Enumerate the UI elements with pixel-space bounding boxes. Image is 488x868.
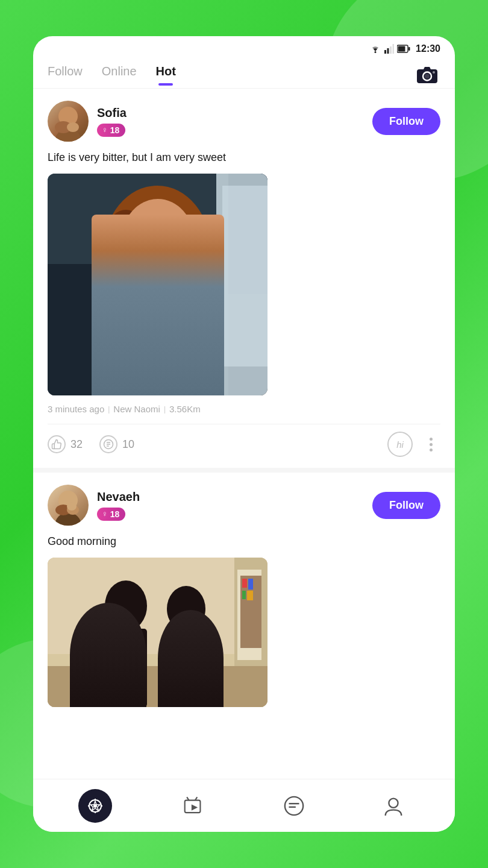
- nav-profile-button[interactable]: [374, 787, 413, 825]
- post-photo-nevaeh: [48, 558, 267, 707]
- svg-rect-50: [105, 629, 147, 707]
- svg-point-11: [433, 71, 435, 74]
- signal-icon: [384, 44, 394, 54]
- svg-rect-7: [398, 46, 405, 52]
- hi-button[interactable]: hi: [387, 432, 413, 457]
- avatar-nevaeh[interactable]: [48, 485, 89, 526]
- profile-icon: [383, 795, 404, 817]
- tab-online[interactable]: Online: [102, 64, 137, 86]
- svg-point-15: [67, 122, 79, 132]
- svg-point-33: [163, 234, 173, 240]
- post-distance: 3.56Km: [169, 404, 201, 414]
- svg-marker-68: [191, 804, 197, 810]
- badge-icon-nevaeh: ♀: [102, 509, 108, 518]
- like-icon: [48, 435, 66, 453]
- comment-icon: [99, 435, 117, 453]
- svg-point-0: [375, 51, 377, 53]
- post-photo-sofia: [48, 174, 267, 395]
- svg-rect-3: [390, 46, 392, 54]
- like-button[interactable]: 32: [48, 435, 83, 453]
- chat-icon: [283, 795, 305, 817]
- post-card-2: Nevaeh ♀ 18 Follow Good morning: [33, 473, 455, 707]
- svg-point-23: [93, 210, 159, 354]
- post-location: New Naomi: [113, 404, 160, 414]
- svg-rect-1: [384, 50, 386, 54]
- svg-point-35: [166, 233, 170, 237]
- svg-rect-52: [167, 630, 205, 707]
- tab-hot[interactable]: Hot: [156, 64, 176, 86]
- svg-rect-57: [247, 591, 253, 600]
- camera-button[interactable]: [414, 61, 440, 88]
- svg-point-27: [98, 294, 218, 395]
- svg-rect-4: [393, 44, 395, 54]
- badge-icon-sofia: ♀: [102, 125, 108, 134]
- svg-rect-6: [408, 47, 410, 51]
- hi-label: hi: [396, 439, 404, 450]
- badge-age-sofia: 18: [110, 125, 120, 135]
- comment-count: 10: [122, 438, 134, 451]
- avatar-image-sofia: [48, 101, 89, 142]
- post-caption-sofia: Life is very bitter, but I am very sweet: [48, 150, 440, 165]
- post-card-1: Sofia ♀ 18 Follow Life is very bitter, b…: [33, 89, 455, 473]
- post-time: 3 minutes ago: [48, 404, 104, 414]
- explore-icon-bg: [78, 789, 112, 823]
- svg-point-51: [167, 586, 205, 632]
- username-nevaeh: Nevaeh: [97, 490, 372, 504]
- svg-rect-48: [48, 666, 267, 707]
- svg-point-37: [156, 380, 192, 395]
- nav-video-button[interactable]: [175, 787, 214, 825]
- post-image-sofia[interactable]: [48, 174, 267, 395]
- video-icon: [184, 795, 205, 817]
- content-area: Sofia ♀ 18 Follow Life is very bitter, b…: [33, 89, 455, 779]
- nav-chat-button[interactable]: [275, 787, 313, 825]
- post-image-nevaeh[interactable]: [48, 558, 267, 707]
- user-info-nevaeh: Nevaeh ♀ 18: [97, 490, 372, 521]
- svg-rect-54: [242, 579, 247, 588]
- svg-point-32: [142, 234, 152, 240]
- svg-rect-56: [242, 591, 246, 599]
- badge-age-nevaeh: 18: [110, 509, 120, 519]
- explore-icon: [87, 797, 104, 814]
- svg-point-60: [93, 804, 97, 808]
- more-button[interactable]: [421, 435, 440, 454]
- avatar-sofia[interactable]: [48, 101, 89, 142]
- svg-rect-55: [248, 579, 253, 590]
- wifi-icon: [369, 44, 381, 54]
- svg-point-43: [67, 502, 77, 511]
- svg-point-69: [284, 796, 302, 814]
- svg-point-24: [165, 216, 219, 373]
- like-count: 32: [70, 438, 83, 451]
- svg-point-10: [425, 74, 430, 79]
- svg-point-49: [105, 580, 147, 631]
- follow-button-nevaeh[interactable]: Follow: [372, 492, 440, 519]
- nav-explore-button[interactable]: [76, 787, 114, 825]
- more-dots-icon: [430, 438, 433, 451]
- svg-point-30: [180, 295, 223, 378]
- svg-rect-2: [387, 48, 389, 54]
- username-sofia: Sofia: [97, 106, 372, 120]
- post-caption-nevaeh: Good morning: [48, 534, 440, 549]
- badge-nevaeh: ♀ 18: [97, 508, 125, 521]
- post-meta-sofia: 3 minutes ago | New Naomi | 3.56Km: [48, 404, 440, 414]
- tab-follow[interactable]: Follow: [48, 64, 83, 86]
- post-header-1: Sofia ♀ 18 Follow: [48, 101, 440, 142]
- svg-point-31: [142, 270, 164, 288]
- comment-button[interactable]: 10: [99, 435, 134, 453]
- svg-point-29: [87, 297, 141, 388]
- badge-sofia: ♀ 18: [97, 124, 125, 137]
- svg-point-72: [389, 798, 398, 807]
- phone-card: 12:30 Follow Online Hot: [33, 36, 455, 832]
- svg-point-34: [145, 233, 149, 237]
- status-bar: 12:30: [33, 36, 455, 57]
- post-header-2: Nevaeh ♀ 18 Follow: [48, 485, 440, 526]
- nav-tabs: Follow Online Hot: [33, 57, 455, 88]
- battery-icon: [397, 45, 410, 53]
- svg-rect-28: [98, 324, 218, 395]
- user-info-sofia: Sofia ♀ 18: [97, 106, 372, 137]
- avatar-image-nevaeh: [48, 485, 89, 526]
- post-actions-sofia: 32 10 hi: [48, 424, 440, 468]
- follow-button-sofia[interactable]: Follow: [372, 108, 440, 135]
- status-icons: 12:30: [369, 43, 440, 54]
- svg-rect-18: [48, 264, 120, 395]
- svg-rect-26: [147, 276, 169, 300]
